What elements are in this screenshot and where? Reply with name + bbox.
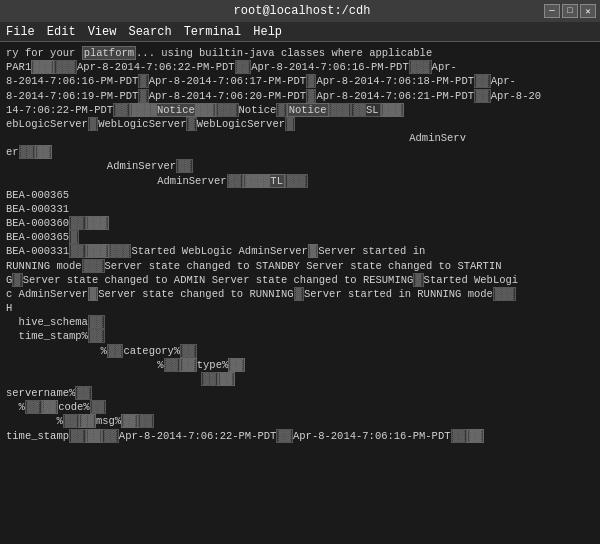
menu-search[interactable]: Search xyxy=(128,25,171,39)
terminal-line: time_stamp%▒▒ xyxy=(6,329,594,343)
terminal-line: %▒▒▒▒msg%▒▒▒▒ xyxy=(6,414,594,428)
terminal-line: PAR1▒▒▒▒▒▒Apr-8-2014-7:06:22-PM-PDT▒▒Apr… xyxy=(6,60,594,74)
terminal-line: er▒▒▒▒ xyxy=(6,145,594,159)
terminal-line: AdminServ xyxy=(6,131,594,145)
menu-view[interactable]: View xyxy=(88,25,117,39)
terminal-line: 8-2014-7:06:19-PM-PDT▒Apr-8-2014-7:06:20… xyxy=(6,89,594,103)
terminal-line: H xyxy=(6,301,594,315)
terminal-line: AdminServer▒▒▒▒▒▒TL▒▒▒ xyxy=(6,174,594,188)
window-controls: ─ □ ✕ xyxy=(544,4,600,18)
menu-help[interactable]: Help xyxy=(253,25,282,39)
terminal-line: ry for your platform... using builtin-ja… xyxy=(6,46,594,60)
terminal-line: BEA-000331▒▒▒▒▒▒▒▒Started WebLogic Admin… xyxy=(6,244,594,258)
terminal-line: time_stamp▒▒▒▒▒▒Apr-8-2014-7:06:22-PM-PD… xyxy=(6,429,594,443)
terminal-window: root@localhost:/cdh ─ □ ✕ File Edit View… xyxy=(0,0,600,544)
terminal-line: BEA-000365 xyxy=(6,188,594,202)
terminal-line: c AdminServer▒Server state changed to RU… xyxy=(6,287,594,301)
maximize-button[interactable]: □ xyxy=(562,4,578,18)
terminal-line: %▒▒▒▒type%▒▒ xyxy=(6,358,594,372)
terminal-line: 14-7:06:22-PM-PDT▒▒▒▒▒▒Notice▒▒▒▒▒▒Notic… xyxy=(6,103,594,117)
terminal-line: RUNNING mode▒▒▒Server state changed to S… xyxy=(6,259,594,273)
terminal-line: BEA-000365▒ xyxy=(6,230,594,244)
menu-terminal[interactable]: Terminal xyxy=(184,25,242,39)
terminal-line: %▒▒▒▒code%▒▒ xyxy=(6,400,594,414)
menu-edit[interactable]: Edit xyxy=(47,25,76,39)
title-bar: root@localhost:/cdh ─ □ ✕ xyxy=(0,0,600,22)
terminal-line: BEA-000360▒▒▒▒▒ xyxy=(6,216,594,230)
terminal-line: 8-2014-7:06:16-PM-PDT▒Apr-8-2014-7:06:17… xyxy=(6,74,594,88)
terminal-line: ▒▒▒▒ xyxy=(6,372,594,386)
terminal-line: G▒Server state changed to ADMIN Server s… xyxy=(6,273,594,287)
terminal-line: hive_schema▒▒ xyxy=(6,315,594,329)
terminal-line: servername%▒▒ xyxy=(6,386,594,400)
menu-file[interactable]: File xyxy=(6,25,35,39)
terminal-line: ebLogicServer▒WebLogicServer▒WebLogicSer… xyxy=(6,117,594,131)
terminal-line: AdminServer▒▒ xyxy=(6,159,594,173)
minimize-button[interactable]: ─ xyxy=(544,4,560,18)
menu-bar: File Edit View Search Terminal Help xyxy=(0,22,600,42)
window-title: root@localhost:/cdh xyxy=(60,4,544,18)
terminal-line: %▒▒category%▒▒ xyxy=(6,344,594,358)
terminal-line: BEA-000331 xyxy=(6,202,594,216)
close-button[interactable]: ✕ xyxy=(580,4,596,18)
terminal-output[interactable]: ry for your platform... using builtin-ja… xyxy=(0,42,600,544)
